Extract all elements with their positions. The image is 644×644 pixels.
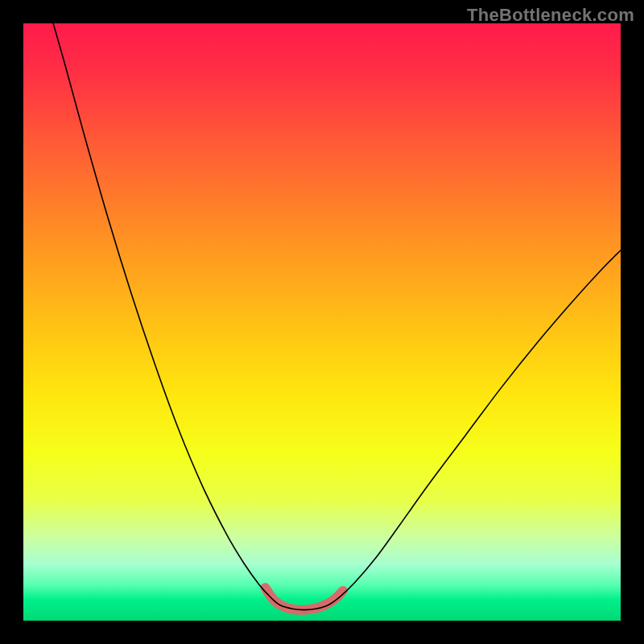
gradient-background bbox=[23, 23, 621, 621]
bottleneck-chart bbox=[23, 23, 621, 621]
watermark-text: TheBottleneck.com bbox=[467, 5, 634, 26]
chart-frame: TheBottleneck.com bbox=[0, 0, 644, 644]
